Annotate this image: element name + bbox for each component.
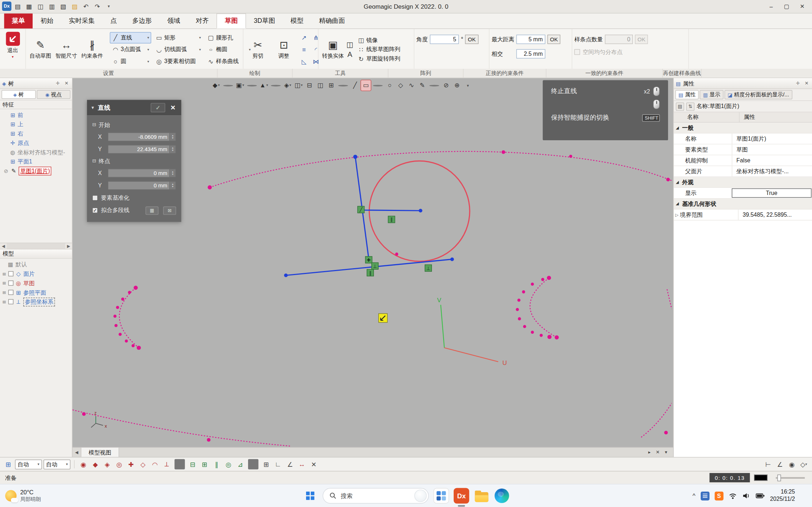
sketch-endpoint[interactable] xyxy=(353,155,357,159)
sketch-settings-icon[interactable]: ⊞ xyxy=(3,459,14,470)
offset-icon[interactable]: ≡ xyxy=(298,44,310,55)
constraint-vertical-icon[interactable]: ⊞ xyxy=(199,459,210,470)
trim-button[interactable]: ✂剪切 xyxy=(246,31,271,68)
start-x-stepper[interactable]: ▲▼ xyxy=(170,132,176,141)
snap-mode-select[interactable]: 自动 ▾ xyxy=(15,459,42,469)
max-distance-input[interactable]: 5 mm xyxy=(516,35,545,44)
group-datum-geometry[interactable]: ◢ 基准几何形状 xyxy=(674,199,812,209)
new-document-icon[interactable]: ▤ xyxy=(12,1,23,12)
uniform-points-checkbox[interactable] xyxy=(574,49,580,55)
taskbar-clock[interactable]: 16:25 2025/11/2 xyxy=(770,489,795,503)
clear-constraints-icon[interactable]: ✕ xyxy=(309,459,319,470)
print-icon[interactable]: ▥ xyxy=(47,1,57,12)
model-item-sketch[interactable]: ⊞◎草图 xyxy=(0,278,72,288)
constraint-coincident-icon[interactable]: ◎ xyxy=(223,459,234,470)
item[interactable] xyxy=(271,84,281,86)
tab-polygons[interactable]: 多边形 xyxy=(124,13,159,28)
end-x-input[interactable]: 0 mm xyxy=(108,169,170,177)
grid-display-icon[interactable]: ⊞ xyxy=(261,459,272,470)
close-panel-icon[interactable]: ✕ xyxy=(63,81,70,86)
group-general[interactable]: ◢ 一般 xyxy=(674,122,812,133)
model-item-default[interactable]: ▦默认 xyxy=(0,260,72,269)
background-color-swatch[interactable] xyxy=(754,474,767,481)
circle-tool-button[interactable]: ○圆▾ xyxy=(110,56,151,67)
preview-discard-icon[interactable]: ⊠ xyxy=(163,206,176,215)
offset-entities-icon[interactable]: ◫ xyxy=(346,40,353,49)
mesh-section-curve-top[interactable] xyxy=(210,151,672,187)
extend-icon[interactable]: ↗ xyxy=(298,32,310,43)
row-feature-type[interactable]: 要素类型 草图 xyxy=(674,144,812,155)
tab-3d-sketch[interactable]: 3D草图 xyxy=(246,13,283,28)
edge-browser-icon[interactable] xyxy=(494,488,510,504)
capture-image-icon[interactable]: ◉ xyxy=(787,459,797,470)
display-mode-icon[interactable]: ▣▾ xyxy=(235,80,245,91)
row-suppressed[interactable]: 机能抑制 False xyxy=(674,155,812,166)
constraint-marker[interactable]: ✚ xyxy=(365,257,372,263)
zoom-area-icon[interactable]: ⊕ xyxy=(452,80,462,91)
close-panel-icon[interactable]: ✕ xyxy=(803,81,810,86)
exit-dropdown-icon[interactable]: ▾ xyxy=(12,55,13,59)
model-item-mesh[interactable]: ⊞◇面片 xyxy=(0,269,72,279)
rectangle-select-icon[interactable]: ▭ xyxy=(361,80,371,91)
tree-item-mesh-model[interactable]: ◍坐标对齐练习模型- xyxy=(0,147,72,157)
transparency-slider[interactable] xyxy=(776,477,805,478)
scroll-left-icon[interactable]: ◀ xyxy=(0,244,7,249)
geomagic-app-icon[interactable]: Dx xyxy=(454,488,469,504)
end-x-stepper[interactable]: ▲▼ xyxy=(170,169,176,177)
mirror-button[interactable]: ◫镜像 xyxy=(355,36,403,45)
wifi-icon[interactable] xyxy=(729,492,737,500)
collapse-section-icon[interactable]: ⊟ xyxy=(92,122,96,127)
open-document-icon[interactable]: ▦ xyxy=(24,1,34,12)
properties-tab-button[interactable]: ▤属性 xyxy=(675,90,699,99)
snap-center-icon[interactable]: ◎ xyxy=(114,459,124,470)
collapse-section-icon[interactable]: ⊟ xyxy=(92,158,96,163)
row-parent-mesh[interactable]: 父面片 坐标对齐练习模型-... xyxy=(674,166,812,177)
tab-scroll-right-icon[interactable]: ▸ xyxy=(645,448,654,457)
snap-perpendicular-icon[interactable]: ⟂ xyxy=(162,459,172,470)
tab-align[interactable]: 对齐 xyxy=(188,13,217,28)
widgets-app-icon[interactable] xyxy=(433,488,449,504)
accept-button[interactable]: ✓ xyxy=(151,103,165,112)
minimize-button[interactable]: – xyxy=(763,1,779,12)
constraint-marker[interactable]: ⊥ xyxy=(372,263,379,270)
snap-endpoint-icon[interactable]: ◆ xyxy=(90,459,100,470)
print-preview-icon[interactable]: ▧ xyxy=(58,1,69,12)
accuracy-analyzer-button[interactable]: ◪精度分析面板的显示/... xyxy=(725,90,792,99)
overlap-views-icon[interactable]: ⊞ xyxy=(326,80,336,91)
maximize-button[interactable]: ▢ xyxy=(779,1,795,12)
undo-icon[interactable]: ↶ xyxy=(81,1,91,12)
close-view-icon[interactable]: ✕ xyxy=(654,448,662,457)
end-y-input[interactable]: 0 mm xyxy=(108,181,170,190)
item[interactable] xyxy=(223,84,233,86)
model-item-ref-coordinate[interactable]: ⊞⟂参照坐标系 xyxy=(0,297,72,307)
cancel-button[interactable]: ✕ xyxy=(168,103,178,112)
model-view-tab[interactable]: 模型视图 xyxy=(81,448,119,457)
tab-points[interactable]: 点 xyxy=(103,13,125,28)
tab-exact-surface[interactable]: 精确曲面 xyxy=(311,13,353,28)
three-point-arc-button[interactable]: ◠3点圆弧▾ xyxy=(110,44,151,55)
tree-item-sketch1[interactable]: ⊘✎草图1(面片) xyxy=(0,166,72,175)
constraint-button[interactable]: ∦约束条件 xyxy=(80,31,105,68)
polygon-select-icon[interactable]: ◇ xyxy=(396,80,405,91)
model-item-ref-plane[interactable]: ⊞⊞参照平面 xyxy=(0,288,72,297)
tree-item-plane1[interactable]: ⊞平面1 xyxy=(0,157,72,166)
save-icon[interactable]: ◫ xyxy=(35,1,46,12)
dx-logo[interactable]: Dx xyxy=(2,1,12,11)
group-appearance[interactable]: ◢ 外观 xyxy=(674,177,812,188)
auto-sketch-button[interactable]: ✎自动草图 xyxy=(28,31,53,68)
tray-app-icon[interactable] xyxy=(701,491,709,500)
tangent-arc-button[interactable]: ◡切线圆弧▾ xyxy=(153,44,203,55)
tab-sketch[interactable]: 草图 xyxy=(217,13,246,28)
tab-menu[interactable]: 菜单 xyxy=(4,13,33,28)
preview-accept-icon[interactable]: ▦ xyxy=(145,206,158,215)
line-tool-button[interactable]: ╱直线▾ xyxy=(110,32,151,43)
constraint-mode-select[interactable]: 自动 ▾ xyxy=(44,459,70,469)
respline-ok-button[interactable]: OK xyxy=(635,35,648,44)
exit-sketch-button[interactable]: 退出 ▾ xyxy=(5,31,21,59)
end-y-stepper[interactable]: ▲▼ xyxy=(170,181,176,190)
tangent-circle-button[interactable]: ◎3要素相切圆 xyxy=(153,56,203,67)
tangent-ok-button[interactable]: OK xyxy=(465,35,478,44)
polar-tracking-icon[interactable]: ∠ xyxy=(285,459,295,470)
fit-polyline-checkbox[interactable]: ✓ xyxy=(92,208,98,213)
view-orientation-icon[interactable]: ◆▾ xyxy=(211,80,221,91)
